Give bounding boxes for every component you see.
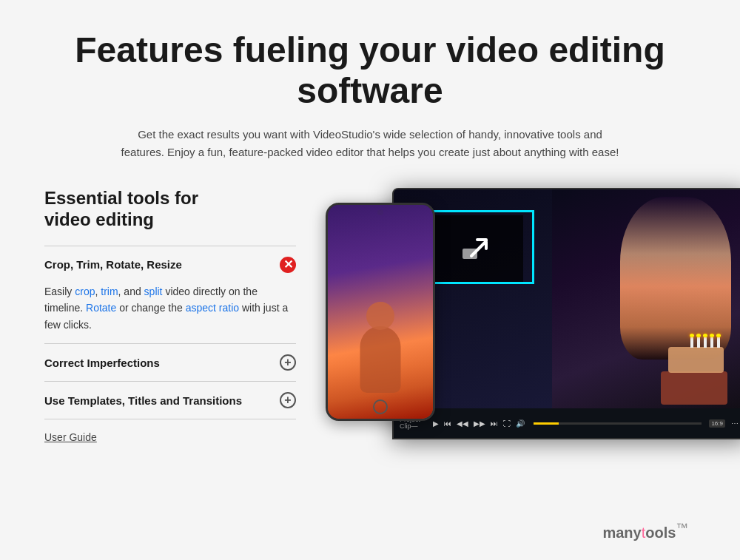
desktop-mockup: Project— Clip— ▶ ⏮ ◀◀ ▶▶ ⏭ ⛶ 🔊 (392, 188, 740, 439)
accordion-item-correct: Correct Imperfections + (44, 344, 296, 382)
share-icon (457, 226, 501, 271)
accordion-item-templates: Use Templates, Titles and Transitions + (44, 382, 296, 419)
phone-home-button (373, 399, 388, 414)
hero-title: Features fueling your video editing soft… (44, 30, 696, 111)
branding-trademark: ™ (676, 521, 688, 535)
skip-start-button[interactable]: ⏮ (443, 419, 453, 428)
clip-label: Clip— (400, 423, 427, 430)
link-aspect-ratio[interactable]: aspect ratio (186, 302, 239, 314)
accordion-label-crop: Crop, Trim, Rotate, Resize (44, 258, 182, 271)
accordion-label-templates: Use Templates, Titles and Transitions (44, 394, 242, 407)
aspect-ratio-badge: 16:9 (709, 419, 725, 428)
phone-scene (328, 205, 433, 419)
content-row: Essential tools forvideo editing Crop, T… (44, 188, 696, 506)
girl-face (620, 197, 731, 360)
timeline-progress-fill (534, 422, 559, 425)
right-panel: Project— Clip— ▶ ⏮ ◀◀ ▶▶ ⏭ ⛶ 🔊 (326, 188, 696, 506)
accordion-item-crop: Crop, Trim, Rotate, Resize ✕ Easily crop… (44, 246, 296, 344)
candles (690, 337, 720, 348)
fullscreen-button[interactable]: ⛶ (502, 419, 512, 428)
phone-mockup (326, 203, 435, 421)
accordion-icon-plus-correct: + (280, 354, 296, 371)
page-wrapper: Features fueling your video editing soft… (0, 0, 740, 560)
section-title: Essential tools forvideo editing (44, 188, 296, 231)
hero-subtitle: Get the exact results you want with Vide… (118, 126, 622, 161)
timeline-bar: Project— Clip— ▶ ⏮ ◀◀ ▶▶ ⏭ ⛶ 🔊 (394, 408, 740, 438)
accordion-icon-close: ✕ (280, 257, 296, 273)
link-crop[interactable]: crop (75, 286, 95, 297)
icon-box (434, 215, 523, 282)
accordion-header-templates[interactable]: Use Templates, Titles and Transitions + (44, 382, 296, 419)
timeline-controls: ▶ ⏮ ◀◀ ▶▶ ⏭ ⛶ 🔊 (431, 419, 526, 428)
link-split[interactable]: split (144, 286, 163, 297)
hero-section: Features fueling your video editing soft… (44, 30, 696, 161)
accordion-icon-plus-templates: + (280, 392, 296, 408)
user-guide-link[interactable]: User Guide (44, 431, 97, 443)
cake-base (661, 371, 727, 405)
branding-tools: ools (645, 524, 676, 541)
link-rotate[interactable]: Rotate (86, 302, 116, 314)
branding-footer: manytools™ (44, 521, 696, 542)
accordion-label-correct: Correct Imperfections (44, 357, 160, 369)
play-button[interactable]: ▶ (431, 419, 440, 428)
volume-button[interactable]: 🔊 (514, 419, 526, 428)
skip-end-button[interactable]: ⏭ (489, 419, 500, 428)
accordion-body-crop: Easily crop, trim, and split video direc… (44, 283, 296, 343)
cake-tier2 (668, 347, 724, 373)
branding-name: many (602, 524, 641, 541)
more-options-button[interactable]: ⋯ (730, 419, 740, 428)
phone-screen (328, 205, 433, 419)
desktop-screen: Project— Clip— ▶ ⏮ ◀◀ ▶▶ ⏭ ⛶ 🔊 (394, 189, 740, 438)
link-trim[interactable]: trim (101, 286, 118, 297)
accordion-header-crop[interactable]: Crop, Trim, Rotate, Resize ✕ (44, 246, 296, 283)
accordion: Crop, Trim, Rotate, Resize ✕ Easily crop… (44, 246, 296, 419)
left-panel: Essential tools forvideo editing Crop, T… (44, 188, 296, 444)
prev-frame-button[interactable]: ◀◀ (455, 419, 470, 428)
next-frame-button[interactable]: ▶▶ (472, 419, 487, 428)
accordion-header-correct[interactable]: Correct Imperfections + (44, 344, 296, 381)
timeline-progress[interactable] (534, 422, 702, 425)
branding-text: manytools™ (602, 524, 688, 541)
svg-rect-0 (462, 249, 477, 259)
desktop-right-bg (552, 189, 740, 438)
